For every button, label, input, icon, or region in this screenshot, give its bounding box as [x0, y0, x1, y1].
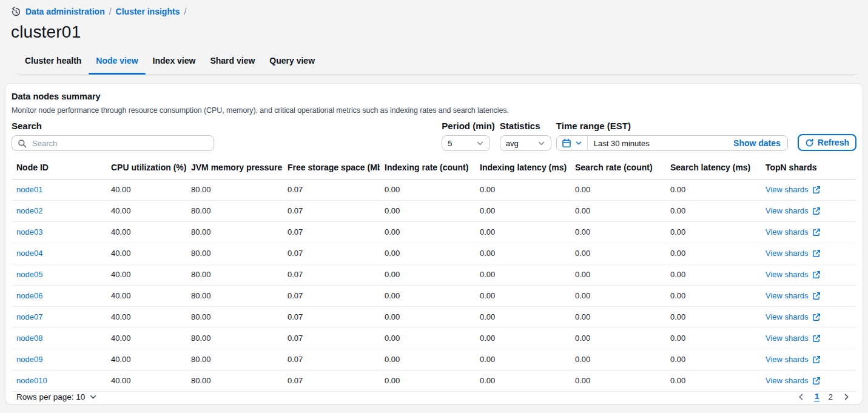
- view-shards-label: View shards: [765, 355, 809, 364]
- free-storage-space-value: 0.07: [283, 307, 380, 328]
- view-shards-link[interactable]: View shards: [765, 206, 821, 215]
- free-storage-space-value: 0.07: [283, 286, 380, 307]
- node-id-link[interactable]: node09: [16, 355, 42, 364]
- view-shards-link[interactable]: View shards: [765, 227, 821, 237]
- external-link-icon: [812, 207, 821, 215]
- node-id-link[interactable]: node08: [16, 334, 42, 343]
- tab-bar: Cluster health Node view Index view Shar…: [18, 56, 857, 75]
- column-header-search-rate: Search rate (count): [570, 158, 665, 180]
- search-rate-value: 0.00: [570, 201, 665, 222]
- indexing-rate-value: 0.00: [380, 243, 475, 264]
- search-block: Search: [12, 121, 214, 151]
- jvm-memory-pressure-value: 80.00: [186, 307, 283, 328]
- view-shards-label: View shards: [765, 376, 809, 385]
- column-header-search-latency: Search latency (ms): [665, 158, 761, 180]
- filters-group: Period (min) 5 Statistics avg: [442, 121, 856, 151]
- column-header-free-storage-space: Free storage space (Mb: [283, 158, 380, 180]
- time-range-value[interactable]: Last 30 minutes: [588, 139, 727, 148]
- free-storage-space-value: 0.07: [283, 201, 380, 222]
- statistics-select[interactable]: avg: [500, 135, 551, 151]
- search-rate-value: 0.00: [570, 222, 665, 243]
- node-id-link[interactable]: node04: [16, 249, 42, 258]
- table-row: node01 40.00 80.00 0.07 0.00 0.00 0.00 0…: [12, 180, 856, 201]
- node-id-link[interactable]: node01: [16, 185, 42, 194]
- search-rate-value: 0.00: [570, 328, 665, 349]
- data-nodes-table: Node ID CPU utilization (%) JVM memory p…: [12, 158, 856, 392]
- free-storage-space-value: 0.07: [283, 328, 380, 349]
- view-shards-link[interactable]: View shards: [765, 270, 821, 279]
- time-range-label: Time range (EST): [556, 121, 788, 131]
- data-nodes-summary-panel: Data nodes summary Monitor node performa…: [5, 83, 863, 405]
- calendar-dropdown-button[interactable]: [557, 136, 588, 150]
- column-header-node-id: Node ID: [12, 158, 106, 180]
- chevron-down-icon: [476, 139, 484, 147]
- search-latency-value: 0.00: [665, 180, 761, 201]
- indexing-rate-value: 0.00: [380, 349, 475, 371]
- show-dates-link[interactable]: Show dates: [727, 138, 787, 148]
- column-header-topn-shards: TopN shards: [761, 158, 856, 180]
- indexing-latency-value: 0.00: [475, 264, 570, 286]
- table-header-row: Node ID CPU utilization (%) JVM memory p…: [12, 158, 856, 180]
- table-footer: Rows per page: 10 1 2: [12, 392, 856, 405]
- chevron-down-icon: [537, 139, 545, 147]
- table-row: node05 40.00 80.00 0.07 0.00 0.00 0.00 0…: [12, 264, 856, 286]
- node-id-link[interactable]: node05: [16, 270, 42, 279]
- breadcrumb-link-cluster-insights[interactable]: Cluster insights: [116, 7, 180, 16]
- node-id-link[interactable]: node03: [16, 227, 42, 237]
- cpu-utilization-value: 40.00: [106, 307, 186, 328]
- search-input[interactable]: [31, 138, 208, 149]
- indexing-rate-value: 0.00: [380, 328, 475, 349]
- jvm-memory-pressure-value: 80.00: [186, 222, 283, 243]
- tab-cluster-health[interactable]: Cluster health: [18, 56, 89, 74]
- view-shards-link[interactable]: View shards: [765, 334, 821, 343]
- statistics-select-value: avg: [506, 139, 519, 148]
- tab-query-view[interactable]: Query view: [262, 56, 322, 74]
- view-shards-link[interactable]: View shards: [765, 249, 821, 258]
- node-id-link[interactable]: node06: [16, 291, 42, 300]
- search-latency-value: 0.00: [665, 243, 761, 264]
- search-latency-value: 0.00: [665, 349, 761, 371]
- view-shards-link[interactable]: View shards: [765, 312, 821, 321]
- tab-shard-view[interactable]: Shard view: [203, 56, 262, 74]
- search-label: Search: [12, 121, 214, 131]
- node-id-link[interactable]: node02: [16, 206, 42, 215]
- cpu-utilization-value: 40.00: [106, 264, 186, 286]
- pagination-prev-button[interactable]: [796, 392, 806, 402]
- search-rate-value: 0.00: [570, 371, 665, 392]
- view-shards-link[interactable]: View shards: [765, 355, 821, 364]
- pagination-page-1[interactable]: 1: [814, 392, 820, 402]
- search-latency-value: 0.00: [665, 264, 761, 286]
- cpu-utilization-value: 40.00: [106, 243, 186, 264]
- table-row: node08 40.00 80.00 0.07 0.00 0.00 0.00 0…: [12, 328, 856, 349]
- search-rate-value: 0.00: [570, 307, 665, 328]
- tab-index-view[interactable]: Index view: [146, 56, 203, 74]
- column-header-jvm-memory-pressure: JVM memory pressure (: [186, 158, 283, 180]
- node-id-link[interactable]: node07: [16, 312, 42, 321]
- breadcrumb-link-data-administration[interactable]: Data administration: [25, 7, 105, 16]
- external-link-icon: [812, 270, 821, 279]
- period-select[interactable]: 5: [442, 135, 490, 151]
- jvm-memory-pressure-value: 80.00: [186, 201, 283, 222]
- table-row: node06 40.00 80.00 0.07 0.00 0.00 0.00 0…: [12, 286, 856, 307]
- indexing-latency-value: 0.00: [475, 307, 570, 328]
- view-shards-link[interactable]: View shards: [765, 291, 821, 300]
- indexing-rate-value: 0.00: [380, 286, 475, 307]
- search-latency-value: 0.00: [665, 201, 761, 222]
- indexing-latency-value: 0.00: [475, 201, 570, 222]
- table-controls: Search Period (min) 5: [12, 121, 856, 151]
- view-shards-label: View shards: [765, 291, 809, 300]
- view-shards-link[interactable]: View shards: [765, 376, 821, 385]
- pagination-page-2[interactable]: 2: [827, 392, 833, 401]
- refresh-button[interactable]: Refresh: [798, 134, 856, 151]
- view-shards-link[interactable]: View shards: [765, 185, 821, 194]
- indexing-rate-value: 0.00: [380, 307, 475, 328]
- rows-per-page-selector[interactable]: Rows per page: 10: [16, 392, 97, 401]
- pagination-next-button[interactable]: [841, 392, 852, 402]
- tab-node-view[interactable]: Node view: [89, 56, 145, 74]
- indexing-latency-value: 0.00: [475, 286, 570, 307]
- node-id-link[interactable]: node010: [16, 376, 47, 385]
- period-label: Period (min): [442, 121, 495, 131]
- view-shards-label: View shards: [765, 249, 809, 258]
- search-latency-value: 0.00: [665, 328, 761, 349]
- view-shards-label: View shards: [765, 334, 809, 343]
